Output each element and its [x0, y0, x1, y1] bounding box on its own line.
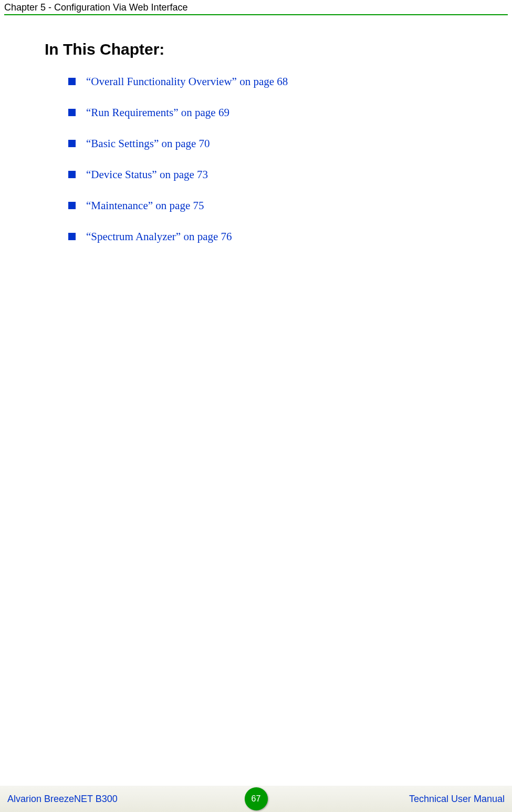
header-rule: [4, 14, 508, 15]
square-bullet-icon: [68, 140, 76, 147]
toc-item: “Device Status” on page 73: [68, 168, 288, 181]
chapter-header-text: Chapter 5 - Configuration Via Web Interf…: [4, 2, 508, 13]
page-header: Chapter 5 - Configuration Via Web Interf…: [0, 0, 512, 16]
page-footer: Alvarion BreezeNET B300 67 Technical Use…: [0, 786, 512, 812]
page-body: In This Chapter: “Overall Functionality …: [0, 16, 512, 786]
toc-link[interactable]: “Maintenance” on page 75: [86, 199, 204, 212]
square-bullet-icon: [68, 78, 76, 85]
toc-link[interactable]: “Device Status” on page 73: [86, 168, 208, 181]
square-bullet-icon: [68, 171, 76, 178]
section-title: In This Chapter:: [45, 40, 164, 58]
toc-item: “Run Requirements” on page 69: [68, 106, 288, 119]
toc-link[interactable]: “Run Requirements” on page 69: [86, 106, 229, 119]
toc-item: “Overall Functionality Overview” on page…: [68, 75, 288, 88]
toc-item: “Spectrum Analyzer” on page 76: [68, 230, 288, 243]
square-bullet-icon: [68, 233, 76, 240]
footer-manual-title: Technical User Manual: [409, 794, 505, 805]
page-number: 67: [252, 794, 261, 804]
toc-item: “Basic Settings” on page 70: [68, 137, 288, 150]
toc-item: “Maintenance” on page 75: [68, 199, 288, 212]
toc-link[interactable]: “Spectrum Analyzer” on page 76: [86, 230, 232, 243]
footer-product-name: Alvarion BreezeNET B300: [7, 794, 118, 805]
page-container: Chapter 5 - Configuration Via Web Interf…: [0, 0, 512, 812]
square-bullet-icon: [68, 109, 76, 116]
toc-link[interactable]: “Overall Functionality Overview” on page…: [86, 75, 288, 88]
square-bullet-icon: [68, 202, 76, 209]
toc-link[interactable]: “Basic Settings” on page 70: [86, 137, 210, 150]
toc-list: “Overall Functionality Overview” on page…: [68, 75, 288, 261]
page-number-badge: 67: [245, 787, 268, 810]
